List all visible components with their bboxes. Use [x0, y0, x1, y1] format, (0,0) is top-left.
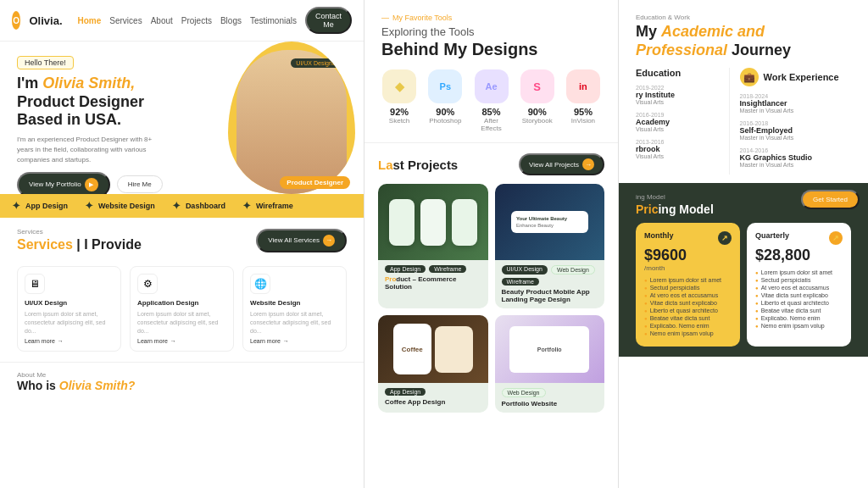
panel-tools-projects: My Favorite Tools Exploring the Tools Be… — [364, 0, 619, 488]
nav-services[interactable]: Services — [109, 16, 142, 25]
tag-web: Web Design — [551, 265, 595, 274]
view-all-services-button[interactable]: View All Services → — [256, 229, 347, 252]
edu-sub-2: Visual Arts — [636, 126, 729, 132]
about-preview-section: About Me Who is Olivia Smith? — [0, 362, 364, 401]
project-name-2: Beauty Product Mobile App Landing Page D… — [502, 288, 598, 303]
photoshop-icon: Ps — [428, 69, 462, 103]
portfolio-button[interactable]: View My Portfolio ▶ — [17, 172, 110, 194]
project-tags-2: UI/UX Design Web Design Wireframe — [502, 265, 598, 286]
invision-name: InVision — [565, 117, 601, 125]
work-sub-3: Master in Visual Arts — [740, 162, 851, 168]
marquee-item-2: ✦ Website Design — [85, 200, 155, 212]
feature-3: At vero eos et accusamus — [644, 292, 732, 298]
pricing-title-accent: Pric — [636, 202, 658, 216]
learn-more-ux[interactable]: Learn more → — [25, 338, 114, 344]
nav-blogs[interactable]: Blogs — [220, 16, 242, 25]
edu-sub-1: Visual Arts — [636, 99, 729, 105]
edu-item-3: 2013-2016 rbrook Visual Arts — [636, 139, 729, 159]
q-feature-5: Liberto et quasi architecto — [755, 300, 843, 306]
arrow-icon: → — [323, 235, 335, 247]
work-sub-1: Master in Visual Arts — [740, 108, 851, 114]
service-card-ux: 🖥 UI/UX Design Lorem ipsum dolor sit ame… — [17, 266, 121, 352]
hero-title2: Based in USA. — [17, 111, 121, 128]
service-name-app: Application Design — [137, 299, 226, 307]
arrow-icon: → — [582, 158, 594, 170]
feature-1: Lorem ipsum dolor sit amet — [644, 277, 732, 283]
project-info-2: UI/UX Design Web Design Wireframe Beauty… — [495, 260, 605, 308]
pricing-section: Get Started ing Model Pricing Model Mont… — [619, 183, 868, 357]
pricing-quarterly: Quarterly ↗ $28,800 Lorem ipsum dolor si… — [747, 223, 851, 347]
hero-section: Hello There! I'm Olivia Smith, Product D… — [0, 42, 364, 194]
project-name-4: Portfolio Website — [502, 400, 598, 408]
project-img-3: Coffee — [378, 315, 488, 383]
marquee-dot-1: ✦ — [12, 200, 20, 212]
tool-storybook: S 90% Storybook — [520, 69, 555, 132]
project-img-1 — [378, 184, 488, 260]
work-sub-2: Master in Visual Arts — [740, 135, 851, 141]
learn-more-app[interactable]: Learn more → — [137, 338, 226, 344]
project-tags-1: App Design Wireframe — [385, 265, 481, 273]
tools-subtitle: Exploring the Tools — [381, 25, 601, 38]
contact-button[interactable]: Contact Me — [305, 7, 352, 34]
photoshop-percent: 90% — [427, 107, 463, 117]
work-icon: 💼 — [740, 68, 759, 86]
edu-year-1: 2019-2022 — [636, 85, 729, 91]
hire-button[interactable]: Hire Me — [117, 175, 163, 193]
edu-name-3: rbrook — [636, 145, 729, 153]
work-name-3: KG Graphics Studio — [740, 153, 851, 162]
pricing-monthly: Monthly ↗ $9600 /month Lorem ipsum dolor… — [636, 223, 740, 347]
nav-home[interactable]: Home — [78, 16, 102, 25]
about-title: Who is Olivia Smith? — [17, 379, 347, 392]
learn-more-web[interactable]: Learn more → — [250, 338, 339, 344]
hero-description: I'm an experienced Product Designer with… — [17, 135, 153, 165]
hello-badge: Hello There! — [17, 56, 74, 69]
quarterly-amount: $28,800 — [755, 247, 843, 264]
edu-tag: Education & Work — [636, 14, 851, 21]
project-tags-4: Web Design — [502, 388, 598, 397]
q-feature-7: Explicabo. Nemo enim — [755, 315, 843, 321]
q-feature-3: At vero eos et accusamus — [755, 285, 843, 291]
panel-academic-pricing: Education & Work My Academic andProfessi… — [619, 0, 868, 488]
service-name-ux: UI/UX Design — [25, 299, 114, 307]
project-card-1: App Design Wireframe Product – Ecommerce… — [378, 184, 488, 308]
projects-header: Last Projects View All Projects → — [364, 153, 618, 175]
play-icon: ▶ — [85, 178, 98, 191]
designer-badge: Product Designer — [280, 176, 350, 189]
feature-5: Liberto et quasi architecto — [644, 308, 732, 313]
project-info-4: Web Design Portfolio Website — [495, 383, 605, 413]
services-grid: 🖥 UI/UX Design Lorem ipsum dolor sit ame… — [17, 266, 347, 352]
panel-portfolio: O Olivia. Home Services About Projects B… — [0, 0, 364, 488]
view-all-projects-button[interactable]: View All Projects → — [519, 153, 604, 175]
phones-row-1 — [382, 192, 484, 252]
marquee-bar: ✦ App Design ✦ Website Design ✦ Dashboar… — [0, 194, 364, 218]
tool-invision: in 95% InVision — [565, 69, 601, 132]
q-feature-6: Beatae vitae dicta sunt — [755, 308, 843, 313]
quarterly-features: Lorem ipsum dolor sit amet Sectud perspi… — [755, 269, 843, 329]
quarterly-arrow: ↗ — [829, 231, 843, 245]
tools-grid: ◆ 92% Sketch Ps 90% Photoshop Ae 85% Aft… — [381, 69, 601, 132]
invision-percent: 95% — [565, 107, 601, 117]
services-tag: Services — [17, 228, 142, 236]
after-effects-name: After Effects — [473, 117, 509, 132]
nav-about[interactable]: About — [151, 16, 173, 25]
phone-mock-1a — [389, 199, 415, 246]
q-feature-2: Sectud perspiciatis — [755, 277, 843, 283]
edu-item-1: 2019-2022 ry Institute Visual Arts — [636, 85, 729, 105]
web-icon: 🌐 — [250, 274, 270, 294]
service-card-web: 🌐 Website Design Lorem ipsum dolor sit a… — [242, 266, 347, 352]
nav-logo: O — [12, 11, 20, 30]
edu-title: My Academic andProfessional Journey — [636, 23, 851, 59]
tag-web-4: Web Design — [502, 388, 546, 397]
get-started-button[interactable]: Get Started — [801, 190, 860, 209]
monthly-arrow: ↗ — [718, 231, 732, 245]
nav-testimonials[interactable]: Testimonials — [250, 16, 297, 25]
phone-mock-1c — [452, 199, 477, 246]
q-feature-8: Nemo enim ipsam volup — [755, 323, 843, 329]
nav-projects[interactable]: Projects — [181, 16, 212, 25]
tag-wireframe: Wireframe — [429, 265, 466, 273]
work-title: Work Experience — [764, 72, 839, 82]
work-year-1: 2018-2024 — [740, 93, 851, 99]
feature-7: Explicabo. Nemo enim — [644, 323, 732, 329]
about-tag: About Me — [17, 371, 347, 379]
project-card-2: Your Ultimate Beauty Enhance Beauty UI/U… — [495, 184, 605, 308]
